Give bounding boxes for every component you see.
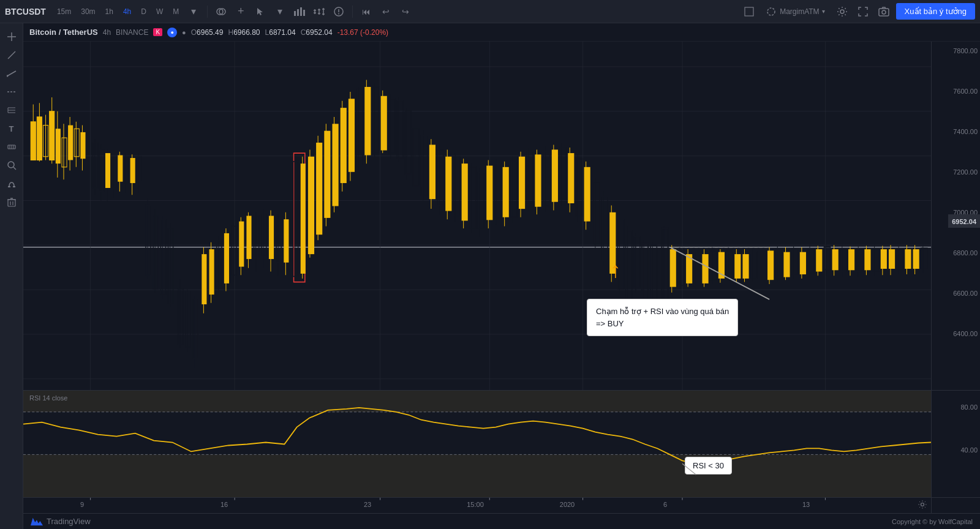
- svg-rect-257: [783, 252, 790, 277]
- svg-rect-90: [118, 155, 123, 181]
- svg-rect-135: [284, 219, 288, 263]
- svg-rect-143: [316, 143, 322, 234]
- tf-dropdown-icon[interactable]: ▾: [185, 3, 202, 20]
- chart-settings-button[interactable]: [916, 498, 929, 511]
- svg-rect-281: [881, 249, 887, 269]
- compare-icon[interactable]: [213, 3, 230, 20]
- svg-rect-211: [594, 182, 600, 244]
- svg-rect-239: [702, 254, 708, 283]
- price-chart[interactable]: ↑ Chạm hỗ trợ + RSI vào vùng quá bán => …: [23, 42, 931, 390]
- price-change: -13.67 (-0.20%): [337, 28, 388, 37]
- time-label-6: 6: [663, 501, 667, 508]
- publish-button[interactable]: Xuất bản ý tưởng: [896, 3, 975, 20]
- hline-tool[interactable]: [3, 83, 20, 100]
- text-tool[interactable]: T: [3, 120, 20, 137]
- svg-rect-82: [93, 143, 98, 188]
- time-label-23: 23: [364, 501, 371, 508]
- svg-rect-199: [544, 152, 550, 206]
- svg-rect-76: [68, 126, 73, 160]
- tf-30m[interactable]: 30m: [77, 6, 99, 18]
- svg-rect-96: [137, 157, 141, 181]
- time-label-9: 9: [80, 501, 84, 508]
- replay-icon[interactable]: ⏮: [358, 3, 375, 20]
- ray-tool[interactable]: [3, 65, 20, 82]
- rsi-level-40: 40.00: [958, 446, 980, 454]
- current-price-value: 6952.04: [952, 218, 976, 225]
- svg-rect-269: [832, 249, 839, 270]
- svg-rect-285: [897, 249, 903, 269]
- svg-rect-157: [372, 87, 379, 153]
- low-val: 6871.04: [269, 28, 295, 37]
- screenshot-icon[interactable]: [875, 3, 892, 20]
- undo-icon[interactable]: ↩: [377, 3, 394, 20]
- svg-line-25: [8, 51, 15, 59]
- badge-circle: ●: [167, 28, 177, 37]
- measure-tool[interactable]: [3, 138, 20, 156]
- svg-line-26: [7, 71, 16, 76]
- high-label: H6966.80: [228, 28, 260, 37]
- svg-rect-294: [23, 454, 931, 497]
- tf-W[interactable]: W: [153, 6, 167, 18]
- tf-4h[interactable]: 4h: [119, 6, 135, 18]
- alert-icon[interactable]: [330, 3, 347, 20]
- fib-tool[interactable]: [3, 102, 20, 119]
- svg-point-17: [338, 13, 339, 14]
- rsi-svg: [23, 391, 931, 497]
- svg-point-305: [921, 503, 924, 506]
- settings-icon[interactable]: [834, 3, 851, 20]
- tf-15m[interactable]: 15m: [53, 6, 75, 18]
- rsi-level-80: 80.00: [958, 403, 980, 411]
- svg-rect-110: [193, 299, 198, 359]
- redo-icon[interactable]: ↪: [397, 3, 414, 20]
- margim-dropdown[interactable]: MargimATM ▾: [761, 4, 829, 19]
- magnet-tool[interactable]: [3, 175, 20, 192]
- tradingview-logo: TradingView: [31, 517, 91, 526]
- svg-rect-94: [130, 158, 135, 183]
- svg-rect-185: [486, 166, 492, 220]
- cursor-dropdown-icon[interactable]: ▾: [271, 3, 288, 20]
- rsi-panel: RSI 14 close: [23, 390, 931, 497]
- bottom-axis: 9 16 23 15:00 2020 6 13: [23, 497, 931, 513]
- svg-rect-113: [202, 254, 206, 304]
- svg-rect-291: [921, 248, 927, 269]
- cursor-icon[interactable]: [252, 3, 269, 20]
- svg-rect-273: [848, 249, 854, 270]
- svg-rect-193: [519, 157, 525, 209]
- svg-rect-283: [889, 249, 895, 269]
- copyright-text: Copyright © by WolfCapital: [892, 518, 973, 525]
- low-label: L6871.04: [265, 28, 296, 37]
- svg-rect-145: [324, 131, 330, 218]
- badge-k: K: [153, 28, 162, 36]
- main-area: Bitcoin / TetherUS 4h BINANCE K ● ● O696…: [23, 23, 980, 529]
- svg-rect-189: [503, 167, 509, 217]
- svg-rect-293: [23, 391, 931, 412]
- svg-rect-127: [254, 216, 259, 258]
- svg-rect-177: [453, 157, 459, 216]
- chart-type-icon[interactable]: [311, 3, 328, 20]
- tf-1h[interactable]: 1h: [102, 6, 117, 18]
- svg-rect-159: [381, 96, 387, 151]
- crosshair-tool[interactable]: [3, 28, 20, 45]
- layout-icon[interactable]: [741, 3, 758, 20]
- chart-timeframe: 4h: [103, 28, 111, 37]
- price-chart-svg: [23, 42, 931, 390]
- fullscreen-icon[interactable]: [854, 3, 872, 20]
- svg-rect-279: [873, 249, 879, 271]
- brand-name: TradingView: [47, 517, 91, 526]
- trendline-tool[interactable]: [3, 47, 20, 64]
- chart-symbol: Bitcoin / TetherUS: [29, 28, 98, 37]
- tf-D[interactable]: D: [137, 6, 150, 18]
- svg-rect-275: [856, 249, 862, 271]
- svg-rect-249: [742, 254, 748, 279]
- zoom-tool[interactable]: [3, 157, 20, 174]
- add-icon[interactable]: +: [232, 3, 249, 20]
- svg-point-37: [8, 162, 14, 168]
- indicators-icon[interactable]: [291, 3, 308, 20]
- trash-tool[interactable]: [3, 193, 20, 211]
- tf-M[interactable]: M: [169, 6, 183, 18]
- svg-rect-155: [364, 87, 371, 156]
- svg-rect-225: [650, 245, 657, 302]
- svg-rect-187: [494, 163, 500, 218]
- svg-rect-106: [178, 289, 183, 345]
- svg-rect-163: [397, 101, 403, 158]
